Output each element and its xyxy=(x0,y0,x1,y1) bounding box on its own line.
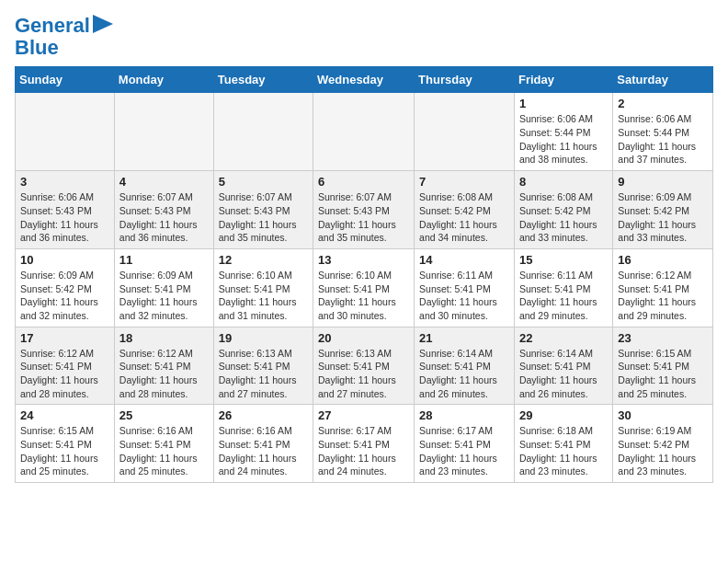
calendar-day-cell: 14Sunrise: 6:11 AM Sunset: 5:41 PM Dayli… xyxy=(415,248,515,327)
day-number: 9 xyxy=(618,175,708,189)
calendar-day-cell: 19Sunrise: 6:13 AM Sunset: 5:41 PM Dayli… xyxy=(213,327,313,405)
day-info: Sunrise: 6:15 AM Sunset: 5:41 PM Dayligh… xyxy=(618,347,708,401)
calendar-day-cell xyxy=(114,93,213,171)
day-number: 13 xyxy=(318,253,409,267)
day-info: Sunrise: 6:06 AM Sunset: 5:43 PM Dayligh… xyxy=(20,190,109,245)
weekday-header: Thursday xyxy=(415,67,515,93)
day-number: 16 xyxy=(618,253,708,267)
day-number: 25 xyxy=(119,408,209,422)
day-number: 12 xyxy=(219,253,308,267)
calendar-day-cell: 9Sunrise: 6:09 AM Sunset: 5:42 PM Daylig… xyxy=(613,171,713,249)
day-info: Sunrise: 6:10 AM Sunset: 5:41 PM Dayligh… xyxy=(318,269,409,323)
day-number: 26 xyxy=(219,408,308,422)
calendar-day-cell: 13Sunrise: 6:10 AM Sunset: 5:41 PM Dayli… xyxy=(313,248,415,327)
calendar-day-cell: 16Sunrise: 6:12 AM Sunset: 5:41 PM Dayli… xyxy=(613,248,713,327)
day-number: 29 xyxy=(519,408,608,422)
calendar-day-cell: 12Sunrise: 6:10 AM Sunset: 5:41 PM Dayli… xyxy=(213,248,313,327)
day-number: 4 xyxy=(119,175,209,189)
day-info: Sunrise: 6:15 AM Sunset: 5:41 PM Dayligh… xyxy=(20,424,109,478)
calendar-week-row: 1Sunrise: 6:06 AM Sunset: 5:44 PM Daylig… xyxy=(16,93,713,171)
logo-general: General xyxy=(15,15,90,37)
day-info: Sunrise: 6:14 AM Sunset: 5:41 PM Dayligh… xyxy=(419,347,509,401)
day-number: 14 xyxy=(419,253,509,267)
calendar-day-cell xyxy=(313,93,415,171)
weekday-header: Friday xyxy=(514,67,612,93)
day-number: 6 xyxy=(318,175,409,189)
calendar-day-cell: 3Sunrise: 6:06 AM Sunset: 5:43 PM Daylig… xyxy=(16,171,115,249)
day-number: 17 xyxy=(20,331,109,345)
calendar-day-cell xyxy=(213,93,313,171)
day-info: Sunrise: 6:16 AM Sunset: 5:41 PM Dayligh… xyxy=(219,424,308,478)
day-info: Sunrise: 6:13 AM Sunset: 5:41 PM Dayligh… xyxy=(219,347,308,401)
day-info: Sunrise: 6:17 AM Sunset: 5:41 PM Dayligh… xyxy=(318,424,409,478)
calendar-table: SundayMondayTuesdayWednesdayThursdayFrid… xyxy=(15,66,713,483)
day-number: 1 xyxy=(519,97,608,110)
day-number: 7 xyxy=(419,175,509,189)
day-info: Sunrise: 6:09 AM Sunset: 5:42 PM Dayligh… xyxy=(20,269,109,323)
calendar-day-cell: 23Sunrise: 6:15 AM Sunset: 5:41 PM Dayli… xyxy=(613,327,713,405)
day-info: Sunrise: 6:07 AM Sunset: 5:43 PM Dayligh… xyxy=(219,190,308,245)
calendar-day-cell: 28Sunrise: 6:17 AM Sunset: 5:41 PM Dayli… xyxy=(415,405,515,483)
day-number: 24 xyxy=(20,408,109,422)
calendar-day-cell: 20Sunrise: 6:13 AM Sunset: 5:41 PM Dayli… xyxy=(313,327,415,405)
calendar-day-cell: 18Sunrise: 6:12 AM Sunset: 5:41 PM Dayli… xyxy=(114,327,213,405)
weekday-header: Sunday xyxy=(16,67,115,93)
day-number: 22 xyxy=(519,331,608,345)
day-info: Sunrise: 6:12 AM Sunset: 5:41 PM Dayligh… xyxy=(618,269,708,323)
calendar-day-cell: 6Sunrise: 6:07 AM Sunset: 5:43 PM Daylig… xyxy=(313,171,415,249)
calendar-week-row: 10Sunrise: 6:09 AM Sunset: 5:42 PM Dayli… xyxy=(16,248,713,327)
weekday-header-row: SundayMondayTuesdayWednesdayThursdayFrid… xyxy=(16,67,713,93)
day-info: Sunrise: 6:17 AM Sunset: 5:41 PM Dayligh… xyxy=(419,424,509,478)
day-info: Sunrise: 6:19 AM Sunset: 5:42 PM Dayligh… xyxy=(618,424,708,478)
calendar-day-cell: 24Sunrise: 6:15 AM Sunset: 5:41 PM Dayli… xyxy=(16,405,115,483)
day-number: 15 xyxy=(519,253,608,267)
day-info: Sunrise: 6:09 AM Sunset: 5:41 PM Dayligh… xyxy=(119,269,209,323)
day-info: Sunrise: 6:14 AM Sunset: 5:41 PM Dayligh… xyxy=(519,347,608,401)
day-info: Sunrise: 6:07 AM Sunset: 5:43 PM Dayligh… xyxy=(119,190,209,245)
logo: General Blue xyxy=(15,15,113,59)
calendar-week-row: 24Sunrise: 6:15 AM Sunset: 5:41 PM Dayli… xyxy=(16,405,713,483)
calendar-day-cell: 25Sunrise: 6:16 AM Sunset: 5:41 PM Dayli… xyxy=(114,405,213,483)
weekday-header: Wednesday xyxy=(313,67,415,93)
calendar-week-row: 17Sunrise: 6:12 AM Sunset: 5:41 PM Dayli… xyxy=(16,327,713,405)
logo-blue: Blue xyxy=(15,37,59,59)
calendar-day-cell xyxy=(415,93,515,171)
calendar-day-cell: 5Sunrise: 6:07 AM Sunset: 5:43 PM Daylig… xyxy=(213,171,313,249)
day-number: 23 xyxy=(618,331,708,345)
calendar-day-cell: 4Sunrise: 6:07 AM Sunset: 5:43 PM Daylig… xyxy=(114,171,213,249)
calendar-day-cell: 7Sunrise: 6:08 AM Sunset: 5:42 PM Daylig… xyxy=(415,171,515,249)
day-info: Sunrise: 6:07 AM Sunset: 5:43 PM Dayligh… xyxy=(318,190,409,245)
calendar-day-cell: 30Sunrise: 6:19 AM Sunset: 5:42 PM Dayli… xyxy=(613,405,713,483)
calendar-day-cell: 1Sunrise: 6:06 AM Sunset: 5:44 PM Daylig… xyxy=(514,93,612,171)
day-info: Sunrise: 6:08 AM Sunset: 5:42 PM Dayligh… xyxy=(519,190,608,245)
day-number: 27 xyxy=(318,408,409,422)
calendar-day-cell: 27Sunrise: 6:17 AM Sunset: 5:41 PM Dayli… xyxy=(313,405,415,483)
day-info: Sunrise: 6:16 AM Sunset: 5:41 PM Dayligh… xyxy=(119,424,209,478)
day-number: 3 xyxy=(20,175,109,189)
day-info: Sunrise: 6:06 AM Sunset: 5:44 PM Dayligh… xyxy=(519,112,608,167)
calendar-day-cell: 29Sunrise: 6:18 AM Sunset: 5:41 PM Dayli… xyxy=(514,405,612,483)
day-info: Sunrise: 6:08 AM Sunset: 5:42 PM Dayligh… xyxy=(419,190,509,245)
calendar-day-cell: 10Sunrise: 6:09 AM Sunset: 5:42 PM Dayli… xyxy=(16,248,115,327)
page-header: General Blue xyxy=(15,15,713,59)
svg-marker-0 xyxy=(93,15,113,33)
day-info: Sunrise: 6:12 AM Sunset: 5:41 PM Dayligh… xyxy=(20,347,109,401)
day-number: 8 xyxy=(519,175,608,189)
day-number: 11 xyxy=(119,253,209,267)
day-info: Sunrise: 6:12 AM Sunset: 5:41 PM Dayligh… xyxy=(119,347,209,401)
day-number: 20 xyxy=(318,331,409,345)
weekday-header: Tuesday xyxy=(213,67,313,93)
day-info: Sunrise: 6:11 AM Sunset: 5:41 PM Dayligh… xyxy=(419,269,509,323)
calendar-day-cell xyxy=(16,93,115,171)
weekday-header: Saturday xyxy=(613,67,713,93)
calendar-day-cell: 2Sunrise: 6:06 AM Sunset: 5:44 PM Daylig… xyxy=(613,93,713,171)
calendar-day-cell: 15Sunrise: 6:11 AM Sunset: 5:41 PM Dayli… xyxy=(514,248,612,327)
day-number: 18 xyxy=(119,331,209,345)
day-number: 30 xyxy=(618,408,708,422)
day-info: Sunrise: 6:18 AM Sunset: 5:41 PM Dayligh… xyxy=(519,424,608,478)
calendar-day-cell: 17Sunrise: 6:12 AM Sunset: 5:41 PM Dayli… xyxy=(16,327,115,405)
day-number: 21 xyxy=(419,331,509,345)
calendar-day-cell: 21Sunrise: 6:14 AM Sunset: 5:41 PM Dayli… xyxy=(415,327,515,405)
day-number: 5 xyxy=(219,175,308,189)
day-info: Sunrise: 6:11 AM Sunset: 5:41 PM Dayligh… xyxy=(519,269,608,323)
